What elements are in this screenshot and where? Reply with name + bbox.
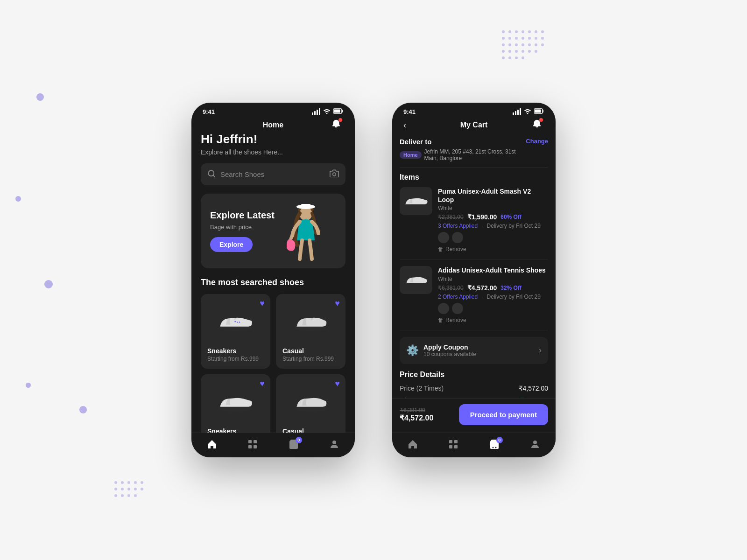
items-label: Items <box>400 173 548 182</box>
status-bar: 9:41 <box>191 103 355 118</box>
cart-item-color-2: White <box>438 276 548 282</box>
cart-item-image-1 <box>400 187 432 215</box>
svg-point-2 <box>127 481 130 484</box>
nav-cart[interactable]: 0 <box>288 439 299 450</box>
address-text: Jefrin MM, 205 #43, 21st Cross, 31st Mai… <box>424 148 526 161</box>
delivery-text-2: Delivery by Fri Oct 29 <box>487 294 541 300</box>
svg-point-39 <box>528 50 531 53</box>
shoe-image-area <box>282 301 339 343</box>
heart-icon[interactable]: ♥ <box>260 379 265 389</box>
cart-item-details-1: Puma Unisex-Adult Smash V2 Loop White ₹2… <box>438 187 548 252</box>
shoe-card-casual[interactable]: ♥ Casual Starting from Rs.999 <box>276 294 345 369</box>
remove-button-2[interactable]: Remove <box>445 317 466 323</box>
svg-point-4 <box>141 481 143 484</box>
status-icons <box>312 108 344 115</box>
original-price-2: ₹6,381.00 <box>438 285 464 291</box>
shoe-name: Casual <box>282 347 339 355</box>
svg-point-8 <box>134 488 137 490</box>
svg-point-32 <box>528 43 531 46</box>
coupon-title: Apply Coupon <box>423 343 476 351</box>
shoe-image-4 <box>292 392 330 413</box>
shoe-card-3[interactable]: ♥ Sneakers Starting from Rs.999 <box>201 374 270 433</box>
bell-button[interactable] <box>329 118 344 133</box>
svg-point-18 <box>528 30 531 33</box>
svg-point-74 <box>495 447 496 448</box>
svg-point-11 <box>121 494 124 497</box>
size-btn-4[interactable] <box>452 303 463 314</box>
search-bar[interactable]: Search Shoes <box>201 163 345 185</box>
cart-nav-title: My Cart <box>460 121 488 129</box>
nav-title: Home <box>263 121 283 129</box>
heart-icon[interactable]: ♥ <box>260 299 265 308</box>
size-btn-2[interactable] <box>452 232 463 243</box>
change-address-button[interactable]: Change <box>526 138 548 145</box>
profile-icon <box>529 439 541 450</box>
price-details-label: Price Details <box>400 371 548 379</box>
bottom-original-price: ₹6,381.00 <box>400 407 459 413</box>
svg-point-73 <box>492 447 493 448</box>
cart-item-price-row-2: ₹6,381.00 ₹4,572.00 32% Off <box>438 284 548 292</box>
decorative-circle <box>15 196 21 202</box>
nav-home[interactable] <box>206 439 218 450</box>
svg-point-58 <box>218 406 253 411</box>
cart-nav-home[interactable] <box>407 439 418 450</box>
profile-icon <box>329 439 340 450</box>
cart-item-image-2 <box>400 266 432 294</box>
svg-point-66 <box>332 441 336 444</box>
svg-point-37 <box>515 50 518 53</box>
cart-nav-profile[interactable] <box>529 439 541 450</box>
battery-icon <box>333 108 344 115</box>
cart-screen: 9:41 <box>392 103 556 457</box>
svg-point-65 <box>295 447 296 448</box>
heart-icon[interactable]: ♥ <box>335 379 340 389</box>
trash-icon: 🗑 <box>438 246 444 252</box>
svg-point-38 <box>521 50 524 53</box>
size-btn-3[interactable] <box>438 303 449 314</box>
cart-nav-cart[interactable]: 0 <box>489 439 500 450</box>
shoe-card-sneakers[interactable]: ♥ Sneakers S <box>201 294 270 369</box>
svg-point-24 <box>521 37 524 40</box>
svg-point-75 <box>533 441 537 444</box>
price-val-times: ₹4,572.00 <box>519 385 549 392</box>
explore-button[interactable]: Explore <box>210 237 253 252</box>
cart-nav-bar: ‹ My Cart <box>392 118 556 132</box>
shoe-name: Sneakers <box>207 347 264 355</box>
status-time: 9:41 <box>203 108 215 115</box>
remove-button-1[interactable]: Remove <box>445 246 466 252</box>
original-price-1: ₹2,381.00 <box>438 214 464 220</box>
banner-subtitle: Bage with price <box>210 224 280 231</box>
search-icon <box>207 169 216 180</box>
notification-dot <box>539 118 543 122</box>
coupon-left: ⚙️ Apply Coupon 10 coupons available <box>406 343 476 357</box>
puma-shoe-image <box>403 193 429 210</box>
size-btn-1[interactable] <box>438 232 449 243</box>
bottom-sale-price: ₹4,572.00 <box>400 413 459 422</box>
proceed-to-payment-button[interactable]: Proceed to payment <box>459 404 548 425</box>
svg-point-30 <box>515 43 518 46</box>
nav-categories[interactable] <box>247 439 258 450</box>
coupon-section[interactable]: ⚙️ Apply Coupon 10 coupons available › <box>400 337 548 364</box>
svg-rect-60 <box>248 440 252 443</box>
cart-status-time: 9:41 <box>403 108 416 115</box>
svg-point-53 <box>218 326 253 331</box>
shoe-card-4[interactable]: ♥ Casual Starting from Rs.999 <box>276 374 345 433</box>
explore-banner: Explore Latest Bage with price Explore <box>201 194 345 268</box>
svg-point-3 <box>134 481 137 484</box>
bottom-prices: ₹6,381.00 ₹4,572.00 <box>400 407 459 422</box>
nav-profile[interactable] <box>329 439 340 450</box>
svg-point-40 <box>535 50 537 53</box>
svg-point-9 <box>141 488 143 490</box>
offers-text-2: 2 Offers Applied <box>438 294 478 300</box>
svg-rect-71 <box>449 445 452 448</box>
heart-icon[interactable]: ♥ <box>335 299 340 308</box>
svg-point-42 <box>508 56 511 59</box>
home-icon <box>206 439 218 450</box>
coupon-arrow-icon: › <box>539 345 542 355</box>
camera-icon[interactable] <box>330 169 339 180</box>
cart-nav-categories[interactable] <box>448 439 459 450</box>
svg-rect-46 <box>334 110 340 113</box>
cart-bell-button[interactable] <box>529 118 544 133</box>
back-button[interactable]: ‹ <box>403 120 406 130</box>
svg-rect-52 <box>301 204 310 208</box>
wifi-icon <box>524 108 531 115</box>
